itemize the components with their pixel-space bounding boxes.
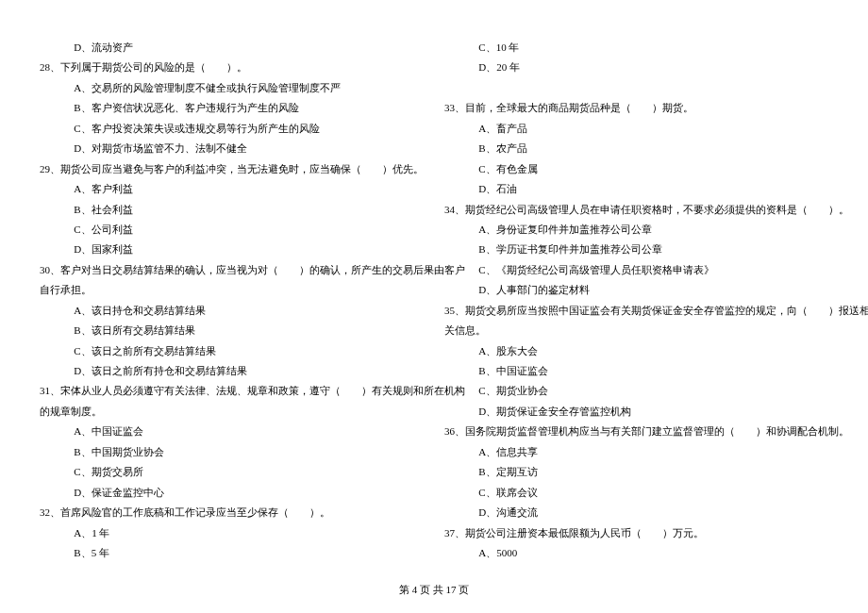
question-35-stem-line-2: 关信息。 — [444, 321, 828, 340]
two-column-body: D、流动资产 28、下列属于期货公司的风险的是（ ）。 A、交易所的风险管理制度… — [40, 38, 828, 566]
option-d: D、石油 — [444, 179, 828, 199]
option-d: D、流动资产 — [40, 38, 424, 58]
option-c: C、客户投资决策失误或违规交易等行为所产生的风险 — [40, 119, 424, 139]
question-32-stem: 32、首席风险官的工作底稿和工作记录应当至少保存（ ）。 — [40, 503, 424, 522]
option-d: D、对期货市场监管不力、法制不健全 — [40, 139, 424, 158]
question-36-stem: 36、国务院期货监督管理机构应当与有关部门建立监督管理的（ ）和协调配合机制。 — [444, 422, 828, 441]
option-a: A、信息共享 — [444, 442, 828, 462]
option-c: C、该日之前所有交易结算结果 — [40, 341, 424, 361]
option-d: D、人事部门的鉴定材料 — [444, 280, 828, 300]
option-b: B、中国期货业协会 — [40, 442, 424, 462]
option-b: B、学历证书复印件并加盖推荐公司公章 — [444, 240, 828, 259]
option-b: B、5 年 — [40, 543, 424, 563]
option-a: A、股东大会 — [444, 341, 828, 361]
option-c: C、有色金属 — [444, 159, 828, 179]
option-b: B、农产品 — [444, 139, 828, 158]
option-d: D、国家利益 — [40, 240, 424, 259]
question-29-stem: 29、期货公司应当避免与客户的利益冲突，当无法避免时，应当确保（ ）优先。 — [40, 159, 424, 179]
option-d: D、保证金监控中心 — [40, 483, 424, 503]
option-b: B、中国证监会 — [444, 361, 828, 381]
option-a: A、客户利益 — [40, 179, 424, 199]
option-c: C、期货业协会 — [444, 381, 828, 401]
question-34-stem: 34、期货经纪公司高级管理人员在申请任职资格时，不要求必须提供的资料是（ ）。 — [444, 200, 828, 220]
option-b: B、社会利益 — [40, 200, 424, 220]
question-33-stem: 33、目前，全球最大的商品期货品种是（ ）期货。 — [444, 98, 828, 118]
option-a: A、畜产品 — [444, 119, 828, 139]
question-31-stem-line-1: 31、宋体从业人员必须遵守有关法律、法规、规章和政策，遵守（ ）有关规则和所在机… — [40, 381, 424, 401]
option-a: A、该日持仓和交易结算结果 — [40, 301, 424, 321]
question-37-stem: 37、期货公司注册资本最低限额为人民币（ ）万元。 — [444, 523, 828, 543]
option-a: A、身份证复印件并加盖推荐公司公章 — [444, 220, 828, 240]
option-b: B、客户资信状况恶化、客户违规行为产生的风险 — [40, 98, 424, 118]
option-c: C、《期货经纪公司高级管理人员任职资格申请表》 — [444, 260, 828, 280]
option-a: A、5000 — [444, 543, 828, 563]
page-footer: 第 4 页 共 17 页 — [40, 580, 828, 600]
option-d: D、该日之前所有持仓和交易结算结果 — [40, 361, 424, 381]
question-30-stem-line-1: 30、客户对当日交易结算结果的确认，应当视为对（ ）的确认，所产生的交易后果由客… — [40, 260, 424, 280]
option-c: C、公司利益 — [40, 220, 424, 240]
option-c: C、联席会议 — [444, 483, 828, 503]
blank-line — [444, 78, 828, 98]
option-a: A、交易所的风险管理制度不健全或执行风险管理制度不严 — [40, 78, 424, 98]
option-d: D、沟通交流 — [444, 503, 828, 522]
question-31-stem-line-2: 的规章制度。 — [40, 402, 424, 422]
option-c: C、期货交易所 — [40, 462, 424, 482]
option-a: A、中国证监会 — [40, 422, 424, 441]
question-30-stem-line-2: 自行承担。 — [40, 280, 424, 300]
option-b: B、定期互访 — [444, 462, 828, 482]
question-28-stem: 28、下列属于期货公司的风险的是（ ）。 — [40, 58, 424, 77]
option-a: A、1 年 — [40, 523, 424, 543]
option-c: C、10 年 — [444, 38, 828, 58]
option-b: B、该日所有交易结算结果 — [40, 321, 424, 340]
option-d: D、20 年 — [444, 58, 828, 77]
question-35-stem-line-1: 35、期货交易所应当按照中国证监会有关期货保证金安全存管监控的规定，向（ ）报送… — [444, 301, 828, 321]
option-d: D、期货保证金安全存管监控机构 — [444, 402, 828, 422]
